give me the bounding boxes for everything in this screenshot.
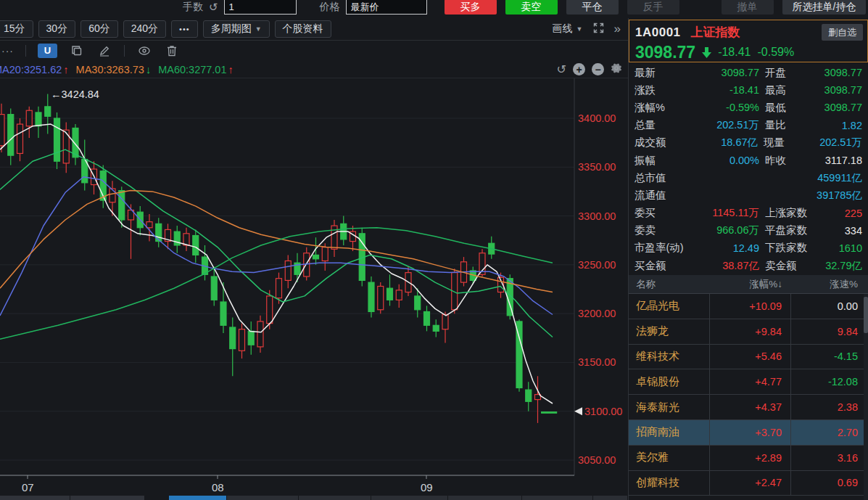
collapse-panel-icon[interactable]: »	[614, 22, 621, 36]
reset-lots-icon[interactable]: ↺	[209, 1, 218, 14]
draw-line-button[interactable]: 画线 ▼	[553, 22, 583, 36]
stat-value: 3098.77	[822, 67, 862, 78]
stat-label: 昨收	[765, 154, 822, 168]
stock-change: +10.09	[710, 294, 791, 319]
ma-indicator-row: MA20:3251.62 ↑ MA30:3263.73 ↓ MA60:3277.…	[0, 61, 628, 78]
close-position-button[interactable]: 平仓	[566, 0, 619, 15]
col-name-header[interactable]: 名称	[629, 278, 710, 291]
stat-row: 涨幅%-0.59%最低3098.77	[629, 99, 868, 116]
x-axis-label: 09	[421, 481, 433, 493]
fullscreen-icon[interactable]	[593, 22, 604, 36]
stat-value: 391785亿	[817, 189, 862, 202]
x-axis-label: 08	[212, 481, 224, 493]
y-axis-label: 3100.00	[584, 406, 622, 417]
stat-row: 振幅0.00%昨收3117.18	[629, 152, 868, 169]
stat-label: 现量	[764, 136, 819, 149]
delete-watchlist-button[interactable]: 删自选	[822, 24, 863, 41]
watchlist-scrollbar-thumb[interactable]	[864, 297, 868, 333]
stat-row: 涨跌-18.41最高3098.77	[629, 81, 868, 99]
stock-name: 维科技术	[629, 345, 710, 369]
more-periods-button[interactable]: •••	[171, 20, 198, 38]
stock-change: +5.46	[710, 345, 791, 369]
stat-row: 最新3098.77开盘3098.77	[629, 64, 868, 81]
ma20-up-arrow-icon: ↑	[63, 64, 68, 75]
stat-value: 1.82	[822, 120, 862, 131]
stat-value: 334	[822, 225, 862, 237]
col-speed-header[interactable]: 涨速%	[791, 278, 868, 291]
watchlist-row[interactable]: 招商南油+3.702.70	[629, 420, 868, 446]
last-price: 3098.77	[635, 43, 695, 62]
stock-speed: 2.70	[791, 427, 868, 438]
multi-period-chart-button[interactable]: 多周期图 ▼	[203, 20, 270, 38]
buy-long-button[interactable]: 买多	[445, 0, 497, 15]
gear-icon[interactable]	[611, 62, 622, 77]
stat-value: 12.49	[694, 242, 759, 254]
ma30-down-arrow-icon: ↓	[146, 64, 151, 75]
candlestick-chart[interactable]: 3400.003350.003300.003250.003200.003150.…	[0, 78, 628, 496]
stock-info-button[interactable]: 个股资料	[275, 20, 331, 38]
stat-value: 0.00%	[694, 155, 759, 166]
watchlist-row[interactable]: 卓锦股份+4.77-12.08	[629, 369, 868, 395]
stat-value: 3117.18	[822, 155, 862, 166]
scrollbar-segment[interactable]	[0, 496, 70, 500]
zoom-out-icon[interactable]: −	[592, 63, 604, 75]
copy-drawing-icon[interactable]	[69, 44, 85, 58]
scrollbar-segment[interactable]	[371, 496, 448, 500]
zoom-in-icon[interactable]: +	[573, 63, 585, 75]
scrollbar-segment[interactable]	[227, 496, 299, 500]
stat-label: 上涨家数	[765, 206, 822, 220]
pencil-icon[interactable]	[96, 44, 112, 58]
stock-name: 美尔雅	[629, 446, 710, 470]
y-axis-label: 3350.00	[578, 161, 616, 173]
col-change-header[interactable]: 涨幅%↓	[710, 278, 791, 291]
more-tools-icon[interactable]: ···	[1, 45, 14, 57]
period-60min-button[interactable]: 60分	[80, 20, 118, 38]
watchlist-row[interactable]: 亿晶光电+10.090.00	[629, 294, 868, 319]
stock-change: +4.37	[710, 395, 791, 419]
stat-value: 18.67亿	[693, 136, 758, 149]
selected-orders-button[interactable]: 所选挂单/持仓	[782, 0, 867, 15]
watchlist-row[interactable]: 海泰新光+4.372.38	[629, 395, 868, 420]
watchlist-row[interactable]: 创耀科技+2.470.69	[629, 471, 868, 496]
watchlist-row[interactable]: 美尔雅+2.893.16	[629, 446, 868, 471]
eye-icon[interactable]	[136, 44, 152, 58]
scrollbar-segment[interactable]	[522, 496, 593, 500]
stat-row: 总量202.51万量比1.82	[629, 117, 868, 134]
scrollbar-thumb[interactable]	[169, 496, 227, 500]
scrollbar-segment[interactable]	[299, 496, 371, 500]
divider	[25, 45, 26, 57]
stock-name: 招商南油	[629, 420, 710, 445]
y-axis-label: 3250.00	[578, 259, 616, 271]
period-15min-button[interactable]: 15分	[0, 20, 33, 38]
magnet-tool-button[interactable]: U	[38, 44, 57, 58]
scrollbar-segment[interactable]	[593, 496, 628, 500]
period-30min-button[interactable]: 30分	[38, 20, 76, 38]
y-axis-label: 3300.00	[578, 210, 616, 222]
stat-label: 最低	[765, 101, 822, 115]
stock-name: 卓锦股份	[629, 369, 710, 394]
stat-row: 委卖966.06万平盘家数334	[629, 222, 868, 239]
undo-icon[interactable]: ↺	[557, 62, 566, 76]
lots-input[interactable]	[224, 0, 297, 15]
watchlist-row[interactable]: 维科技术+5.46-4.15	[629, 345, 868, 370]
chart-scrollbar[interactable]	[0, 496, 628, 500]
stat-row: 流通值391785亿	[629, 187, 868, 204]
stat-label: 量比	[765, 118, 822, 132]
high-annotation: ←3424.84	[51, 89, 99, 100]
scrollbar-segment[interactable]	[70, 496, 145, 500]
stock-speed: 0.00	[791, 300, 868, 312]
period-240min-button[interactable]: 240分	[123, 20, 166, 38]
sell-short-button[interactable]: 卖空	[505, 0, 558, 15]
scrollbar-segment[interactable]	[448, 496, 522, 500]
watchlist-row[interactable]: 法狮龙+9.849.84	[629, 319, 868, 345]
price-label: 价格	[320, 1, 340, 14]
cancel-order-button[interactable]: 撤单	[722, 0, 774, 15]
y-axis-label: 3200.00	[578, 308, 616, 319]
trash-icon[interactable]	[164, 44, 180, 58]
reverse-button[interactable]: 反手	[627, 0, 679, 15]
stat-value: 459911亿	[817, 171, 862, 185]
price-input[interactable]	[346, 0, 427, 15]
trading-app-window: 手数 ↺ 价格 买多 卖空 平仓 反手 撤单 所选挂单/持仓 × 15分 30分…	[0, 0, 868, 500]
stat-label: 开盘	[765, 66, 822, 80]
stat-value: 202.51万	[694, 118, 759, 132]
